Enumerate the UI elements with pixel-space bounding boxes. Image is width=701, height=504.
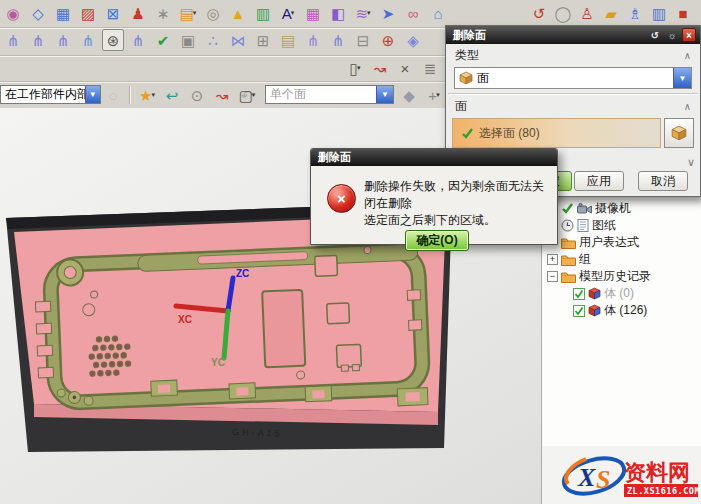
move-face-icon[interactable]: ⋔ xyxy=(2,29,24,51)
resize-blend-icon[interactable]: ⋔ xyxy=(127,29,149,51)
datum-compass-icon[interactable]: ⊛ xyxy=(102,29,124,51)
field-analyst-icon[interactable]: ♙ xyxy=(576,2,598,24)
manual-book-icon[interactable]: ▥ xyxy=(648,2,670,24)
delete-face-icon[interactable]: ⋔ xyxy=(327,29,349,51)
dropdown-caret-icon[interactable]: ▾ xyxy=(291,9,295,17)
wire-sphere-icon[interactable]: ◯ xyxy=(552,2,574,24)
mannequin-icon[interactable]: ♟ xyxy=(127,2,149,24)
tree-item-user-expressions[interactable]: 用户表达式 xyxy=(544,234,700,251)
chevron-down-icon[interactable]: ▼ xyxy=(673,68,691,88)
selection-scope-combo[interactable]: 在工作部件内部 ▼ xyxy=(0,85,101,104)
remove-parameters-icon[interactable]: × xyxy=(394,57,416,79)
copy-face-icon[interactable]: ⊞ xyxy=(252,29,274,51)
layer-settings-icon[interactable]: ≣ xyxy=(419,57,441,79)
collapse-icon[interactable]: ∧ xyxy=(684,50,691,61)
tree-item-camera[interactable]: 摄像机 xyxy=(544,200,700,217)
cube-stack-icon[interactable]: ◧ xyxy=(327,2,349,24)
paste-face-icon[interactable]: ▤ xyxy=(277,29,299,51)
chevron-down-icon[interactable]: ▼ xyxy=(85,86,100,103)
face-section-header[interactable]: 面 ∧ xyxy=(446,95,700,117)
error-dialog-titlebar[interactable]: 删除面 xyxy=(311,149,557,166)
clamp-icon[interactable]: ◎ xyxy=(202,2,224,24)
alert-bell-icon[interactable]: ▲ xyxy=(227,2,249,24)
red-cube-icon[interactable]: ■ xyxy=(672,2,694,24)
general-selection-filter-icon[interactable]: ★▾ xyxy=(136,84,158,106)
dropdown-caret-icon[interactable]: ▾ xyxy=(151,91,155,99)
gear-icon[interactable]: ☼ xyxy=(665,28,679,42)
reverse-selection-icon[interactable]: ↩ xyxy=(161,84,183,106)
dropdown-caret-icon[interactable]: ▾ xyxy=(436,91,440,99)
pipe-bend-icon[interactable]: ↺ xyxy=(528,2,550,24)
error-ok-button[interactable]: 确定(O) xyxy=(405,230,469,251)
orbit-icon[interactable]: ◉ xyxy=(2,2,24,24)
constraint-spider-icon[interactable]: ∗ xyxy=(152,2,174,24)
selection-history-icon[interactable]: ◌ xyxy=(102,84,124,106)
approve-check-icon[interactable]: ✔ xyxy=(152,29,174,51)
tree-item-body-126[interactable]: 体 (126) xyxy=(544,302,700,319)
tree-item-body-0[interactable]: 体 (0) xyxy=(544,285,700,302)
wireframe-cube-icon[interactable]: ◇ xyxy=(27,2,49,24)
delete-face-dialog-titlebar[interactable]: 删除面 ↺ ☼ × xyxy=(446,26,700,44)
minus-expander-icon[interactable]: − xyxy=(547,271,558,282)
face-type-dropdown[interactable]: 面 ▼ xyxy=(454,67,692,89)
blue-operator-icon[interactable]: ♗ xyxy=(624,2,646,24)
pocket-notch xyxy=(341,365,348,371)
face-type-value: 面 xyxy=(477,70,489,87)
marquee-select-icon[interactable]: ▢▾ xyxy=(236,84,258,106)
brush-icon[interactable]: ➤ xyxy=(377,2,399,24)
face-rule-combo[interactable]: 单个面 ▼ xyxy=(265,85,394,104)
mirror-face-icon[interactable]: ⋈ xyxy=(227,29,249,51)
pull-face-icon[interactable]: ⋔ xyxy=(27,29,49,51)
solid-icon xyxy=(588,304,601,317)
dropdown-caret-icon[interactable]: ▾ xyxy=(252,91,256,99)
shell-body-icon[interactable]: ▣ xyxy=(177,29,199,51)
chart-icon[interactable]: ▥ xyxy=(252,2,274,24)
tree-item-drawing[interactable]: 图纸 xyxy=(544,217,700,234)
pocket xyxy=(327,303,350,324)
pipe-bend-glyph: ↺ xyxy=(533,6,546,21)
side-notch xyxy=(408,320,421,331)
collapse-icon[interactable]: ∧ xyxy=(684,101,691,112)
reset-icon[interactable]: ↺ xyxy=(648,28,662,42)
dropdown-caret-icon[interactable]: ▾ xyxy=(357,64,361,72)
apply-button[interactable]: 应用 xyxy=(574,171,624,191)
filter-nav-icon[interactable]: ◆ xyxy=(398,84,420,106)
type-section-header[interactable]: 类型 ∧ xyxy=(446,44,700,66)
mesh-cube-glyph: ▦ xyxy=(306,6,320,21)
sketch-icon[interactable]: ▨ xyxy=(77,2,99,24)
deselect-all-icon[interactable]: ↝ xyxy=(211,84,233,106)
edit-cross-section-icon[interactable]: ⊕ xyxy=(377,29,399,51)
notebook-icon[interactable]: ▯▾ xyxy=(344,57,366,79)
gold-ingot-icon[interactable]: ▰ xyxy=(600,2,622,24)
dropdown-caret-icon[interactable]: ▾ xyxy=(193,9,197,17)
plus-expander-icon[interactable]: + xyxy=(547,254,558,265)
cut-face-icon[interactable]: ⋔ xyxy=(302,29,324,51)
offset-region-icon[interactable]: ⋔ xyxy=(52,29,74,51)
lamp-icon[interactable]: ⌂ xyxy=(427,2,449,24)
interpart-link-icon[interactable]: ↝ xyxy=(369,57,391,79)
annotation-text-icon[interactable]: A▾ xyxy=(277,2,299,24)
close-icon[interactable]: × xyxy=(682,28,696,42)
mesh-cube-icon[interactable]: ▦ xyxy=(302,2,324,24)
stop-check-icon[interactable]: ◈ xyxy=(402,29,424,51)
link-icon[interactable]: ∞ xyxy=(402,2,424,24)
chevron-down-icon[interactable]: ▼ xyxy=(376,86,393,103)
highlight-ellipse-icon[interactable]: ⊙ xyxy=(186,84,208,106)
select-face-field[interactable]: 选择面 (80) xyxy=(452,118,661,148)
scroll-down-icon[interactable]: ∨ xyxy=(687,156,695,169)
datum-grid-icon[interactable]: ▦ xyxy=(52,2,74,24)
cancel-button[interactable]: 取消 xyxy=(638,171,688,191)
tree-item-group[interactable]: +组 xyxy=(544,251,700,268)
link-glyph: ∞ xyxy=(408,6,419,21)
tree-item-model-history[interactable]: −模型历史记录 xyxy=(544,268,700,285)
toolbox-icon[interactable]: ▤▾ xyxy=(177,2,199,24)
dropdown-caret-icon[interactable]: ▾ xyxy=(367,9,371,17)
group-face-icon[interactable]: ⊟ xyxy=(352,29,374,51)
clip-slot xyxy=(158,384,170,392)
pattern-face-icon[interactable]: ∴ xyxy=(202,29,224,51)
spring-icon[interactable]: ≋▾ xyxy=(352,2,374,24)
replace-face-icon[interactable]: ⋔ xyxy=(77,29,99,51)
snap-point-icon[interactable]: +▾ xyxy=(423,84,445,106)
shaded-box-icon[interactable]: ⊠ xyxy=(102,2,124,24)
select-face-cube-button[interactable] xyxy=(664,118,694,148)
